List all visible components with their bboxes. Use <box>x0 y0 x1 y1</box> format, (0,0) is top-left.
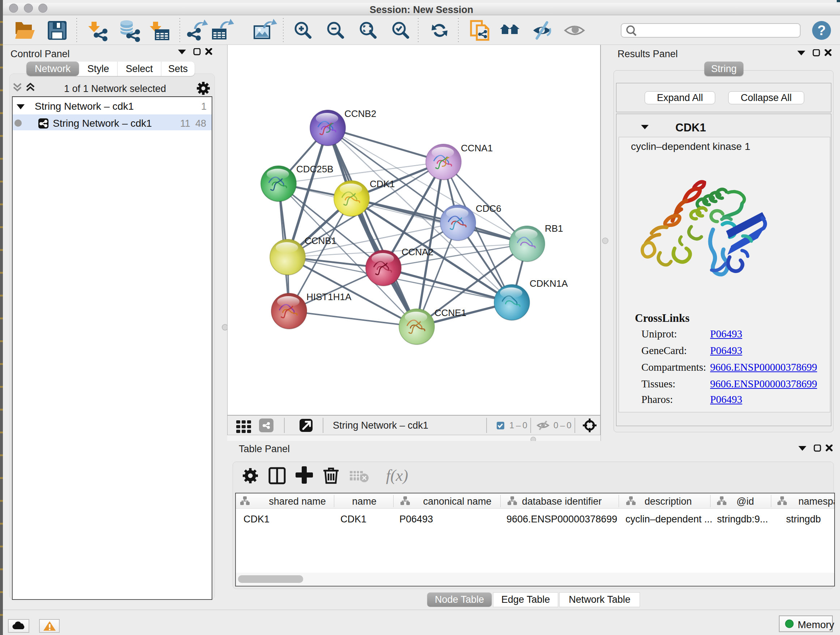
svg-text:HIST1H1A: HIST1H1A <box>306 291 352 302</box>
svg-text:0 – 0: 0 – 0 <box>554 420 572 430</box>
svg-text:f(x): f(x) <box>386 467 408 485</box>
svg-text:?: ? <box>817 23 826 38</box>
svg-text:CCNE1: CCNE1 <box>434 307 466 318</box>
svg-text:CDKN1A: CDKN1A <box>530 278 568 289</box>
svg-text:CCNA2: CCNA2 <box>401 247 433 257</box>
svg-text:CCNA1: CCNA1 <box>461 143 493 154</box>
svg-text:CDC6: CDC6 <box>476 203 501 214</box>
svg-text:CDK1: CDK1 <box>370 179 395 189</box>
svg-text:CCNB1: CCNB1 <box>305 235 336 246</box>
svg-text:String Network – cdk1: String Network – cdk1 <box>333 420 428 431</box>
svg-text:CCNB2: CCNB2 <box>344 108 376 119</box>
svg-text:RB1: RB1 <box>545 223 563 234</box>
svg-text:1 – 0: 1 – 0 <box>509 420 527 430</box>
svg-text:CDC25B: CDC25B <box>296 164 333 174</box>
